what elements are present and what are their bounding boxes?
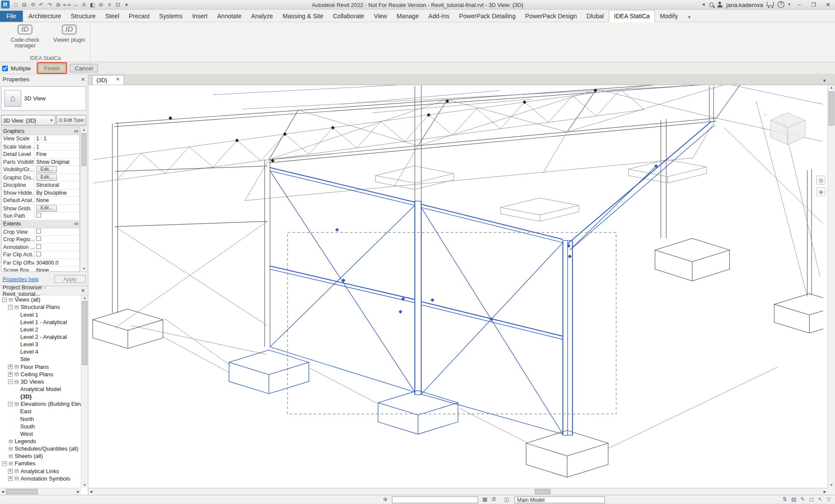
- ribbon-tab-insert[interactable]: Insert: [187, 10, 212, 22]
- browser-item-schedules-quantities-all[interactable]: ▤Schedules/Quantities (all): [0, 445, 81, 452]
- browser-item-sheets-all[interactable]: ▤Sheets (all): [0, 452, 81, 460]
- browser-item-level-1-analytical[interactable]: Level 1 - Analytical: [0, 318, 81, 325]
- property-checkbox[interactable]: [36, 213, 41, 218]
- browser-item-elevations-building-eleva[interactable]: −▤Elevations (Building Eleva: [0, 400, 81, 408]
- select-links-icon[interactable]: ⇅: [782, 496, 787, 503]
- property-value[interactable]: Edit...: [35, 205, 80, 212]
- ribbon-tab-architecture[interactable]: Architecture: [24, 10, 66, 22]
- property-value[interactable]: [35, 252, 80, 257]
- customize-icon[interactable]: ▾: [123, 1, 130, 8]
- ribbon-tab-structure[interactable]: Structure: [66, 10, 100, 22]
- 3d-viewport[interactable]: ⌂ ◎ ⊕: [88, 85, 828, 488]
- scroll-thumb[interactable]: [6, 489, 37, 494]
- ribbon-tab-file[interactable]: File: [0, 10, 23, 22]
- browser-item-level-2-analytical[interactable]: Level 2 - Analytical: [0, 333, 81, 341]
- ribbon-tab-annotate[interactable]: Annotate: [212, 10, 246, 22]
- 3d-view-canvas[interactable]: ⌂: [88, 85, 823, 488]
- ribbon-tab-steel[interactable]: Steel: [100, 10, 124, 22]
- browser-item-site[interactable]: Site: [0, 355, 81, 363]
- expand-icon[interactable]: +: [8, 468, 13, 473]
- property-value[interactable]: [35, 244, 80, 250]
- section-icon[interactable]: ⊘: [97, 1, 105, 8]
- property-group-extents[interactable]: Extents∧∧: [2, 220, 80, 228]
- scroll-right-icon[interactable]: ▶: [76, 488, 81, 495]
- browser-item-families[interactable]: −▤Families: [0, 460, 81, 467]
- scroll-left-icon[interactable]: ◀: [88, 488, 94, 495]
- drag-elements-icon[interactable]: ↖: [818, 496, 822, 503]
- expand-icon[interactable]: +: [8, 476, 13, 481]
- switch-windows-icon[interactable]: ⊡: [114, 1, 122, 8]
- property-value[interactable]: 1 : 1: [35, 136, 80, 142]
- ribbon-tab-manage[interactable]: Manage: [392, 10, 424, 22]
- close-icon[interactable]: ✕: [81, 288, 85, 293]
- property-value[interactable]: None: [35, 198, 80, 203]
- property-value[interactable]: 1: [35, 143, 80, 149]
- property-value[interactable]: 304800.0: [35, 259, 80, 265]
- cancel-button[interactable]: Cancel: [70, 64, 98, 73]
- property-value[interactable]: By Discipline: [35, 190, 80, 196]
- select-by-face-icon[interactable]: ◻: [809, 496, 814, 503]
- revit-logo-icon[interactable]: R: [1, 0, 10, 8]
- collapse-group-icon[interactable]: ∧∧: [73, 221, 77, 226]
- collapse-group-icon[interactable]: ∧∧: [73, 129, 77, 133]
- property-value[interactable]: Edit...: [35, 174, 80, 181]
- property-value[interactable]: [35, 236, 80, 242]
- editable-only-icon[interactable]: ▦: [481, 496, 489, 503]
- browser-item-north[interactable]: North: [0, 415, 81, 422]
- ribbon-tab-powerpack-detailing[interactable]: PowerPack Detailing: [454, 10, 521, 22]
- dimension-icon[interactable]: ↔: [71, 1, 79, 8]
- scroll-left-icon[interactable]: ◀: [0, 488, 5, 495]
- edit-button[interactable]: Edit...: [36, 174, 57, 181]
- property-value[interactable]: None: [35, 267, 80, 272]
- browser-item-views-all[interactable]: −▤Views (all): [0, 296, 81, 303]
- collapse-icon[interactable]: −: [8, 379, 13, 384]
- ribbon-tab-powerpack-design[interactable]: PowerPack Design: [521, 10, 582, 22]
- canvas-vscrollbar[interactable]: ▲ ▼: [828, 85, 835, 488]
- browser-item-annotation-symbols[interactable]: +▤Annotation Symbols: [0, 474, 81, 482]
- multiple-checkbox[interactable]: [2, 65, 8, 71]
- open-icon[interactable]: □: [12, 1, 20, 8]
- expand-icon[interactable]: +: [8, 371, 13, 376]
- scroll-thumb[interactable]: [82, 301, 87, 365]
- browser-item-level-4[interactable]: Level 4: [0, 348, 81, 355]
- canvas-hscrollbar[interactable]: ◀ ▶: [88, 488, 828, 495]
- property-value[interactable]: Show Original: [35, 159, 80, 165]
- properties-help-link[interactable]: Properties help: [3, 276, 38, 282]
- property-value[interactable]: Edit...: [35, 166, 80, 173]
- ribbon-tab-analyze[interactable]: Analyze: [247, 10, 278, 22]
- text-icon[interactable]: A: [80, 1, 88, 8]
- close-button[interactable]: ✕: [823, 0, 833, 9]
- code-check-manager-button[interactable]: ID Code-check manager: [2, 24, 48, 48]
- ribbon-tab-massing-site[interactable]: Massing & Site: [278, 10, 328, 22]
- browser-item-level-3[interactable]: Level 3: [0, 341, 81, 348]
- scroll-thumb[interactable]: [534, 489, 551, 494]
- worksets-icon[interactable]: ⊕: [381, 496, 389, 503]
- close-icon[interactable]: ✕: [81, 76, 85, 82]
- view-selector-combo[interactable]: 3D View: {3D} ▼: [1, 115, 55, 125]
- scroll-right-icon[interactable]: ▶: [822, 488, 828, 495]
- property-value[interactable]: [35, 229, 80, 234]
- browser-vscrollbar[interactable]: ▲ ▼: [81, 295, 88, 488]
- minimize-button[interactable]: –: [794, 0, 805, 9]
- scroll-up-icon[interactable]: ▲: [81, 295, 88, 301]
- selected-members[interactable]: [229, 121, 715, 435]
- property-value[interactable]: Structural: [35, 182, 80, 188]
- edit-type-button[interactable]: ⊡ Edit Type: [57, 115, 87, 125]
- ribbon-tab-add-ins[interactable]: Add-Ins: [424, 10, 454, 22]
- browser-item-west[interactable]: West: [0, 430, 81, 437]
- property-checkbox[interactable]: [36, 229, 41, 233]
- browser-item-3d-views[interactable]: −▤3D Views: [0, 378, 81, 385]
- search-icon[interactable]: [709, 3, 714, 7]
- scroll-up-icon[interactable]: ▲: [828, 85, 835, 90]
- scroll-down-icon[interactable]: ▼: [81, 483, 88, 488]
- app-store-cart-icon[interactable]: [767, 1, 774, 6]
- ribbon-tab-dlubal[interactable]: Dlubal: [582, 10, 609, 22]
- browser-item-level-2[interactable]: Level 2: [0, 325, 81, 333]
- view-tab-3d[interactable]: {3D} ✕: [92, 75, 124, 85]
- property-group-graphics[interactable]: Graphics∧∧: [2, 127, 80, 135]
- browser-item-floor-plans[interactable]: +▤Floor Plans: [0, 363, 81, 370]
- ribbon-tab-view[interactable]: View: [369, 10, 392, 22]
- 3d-view-icon[interactable]: ◧: [88, 1, 96, 8]
- main-model-combo[interactable]: Main Model: [514, 496, 605, 503]
- help-dropdown-icon[interactable]: ▾: [788, 2, 790, 7]
